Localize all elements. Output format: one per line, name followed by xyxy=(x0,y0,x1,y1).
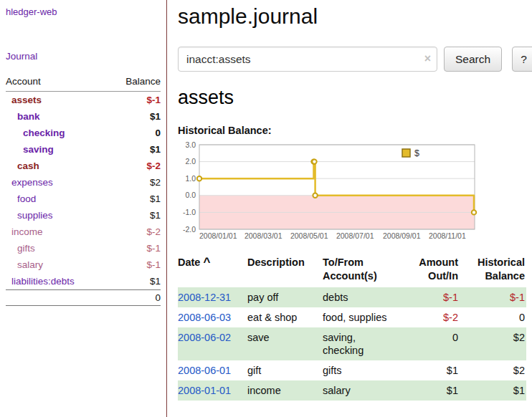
accounts-total-spacer xyxy=(6,290,108,306)
account-balance: $2 xyxy=(108,174,161,191)
account-link[interactable]: expenses xyxy=(11,177,53,188)
nav-journal: Journal xyxy=(6,50,161,62)
search-button[interactable]: Search xyxy=(444,47,502,72)
accounts-header-account: Account xyxy=(6,74,108,92)
account-link[interactable]: salary xyxy=(17,259,43,270)
svg-text:0.0: 0.0 xyxy=(185,191,196,199)
account-balance: $-2 xyxy=(108,224,161,240)
transaction-date-link[interactable]: 2008-06-01 xyxy=(178,365,231,376)
account-row: assets$-1 xyxy=(6,92,161,109)
account-row: cash$-2 xyxy=(6,158,161,174)
transaction-accounts: salary xyxy=(323,380,402,401)
balance-chart-svg: 3.02.01.00.0-1.0-2.02008/01/012008/03/01… xyxy=(178,140,479,242)
account-link[interactable]: checking xyxy=(23,128,65,138)
clear-search-icon[interactable]: × xyxy=(424,52,431,65)
main-content: sample.journal × Search ? assets Histori… xyxy=(167,0,532,417)
account-balance: 0 xyxy=(108,125,161,141)
transaction-description: pay off xyxy=(247,287,323,307)
transaction-amount: $1 xyxy=(402,360,460,380)
svg-text:2008/01/01: 2008/01/01 xyxy=(199,231,237,240)
account-row: gifts$-1 xyxy=(6,240,161,257)
account-heading: assets xyxy=(178,87,532,109)
search-input-wrap: × xyxy=(178,47,437,72)
transaction-amount: $-1 xyxy=(402,287,460,307)
page-title: sample.journal xyxy=(178,4,532,29)
account-balance: $1 xyxy=(108,141,161,158)
svg-text:2008/03/01: 2008/03/01 xyxy=(244,231,282,240)
account-link[interactable]: assets xyxy=(11,95,42,105)
transaction-accounts: gifts xyxy=(323,360,402,380)
account-row: food$1 xyxy=(6,191,161,207)
account-balance: $1 xyxy=(108,207,161,224)
account-balance: $-1 xyxy=(108,92,161,109)
account-row: expenses$2 xyxy=(6,174,161,191)
transaction-balance: $2 xyxy=(460,327,526,360)
register-header-balance: Historical Balance xyxy=(460,254,526,287)
svg-text:2008/05/01: 2008/05/01 xyxy=(290,231,328,240)
account-link[interactable]: bank xyxy=(17,111,40,122)
transaction-date-link[interactable]: 2008-06-03 xyxy=(178,312,231,323)
transaction-description: eat & shop xyxy=(247,307,323,327)
transaction-date-link[interactable]: 2008-01-01 xyxy=(178,385,231,396)
transaction-accounts: food, supplies xyxy=(323,307,402,327)
transaction-amount: $1 xyxy=(402,380,460,401)
search-form: × Search ? xyxy=(178,47,532,72)
svg-text:-2.0: -2.0 xyxy=(183,225,196,234)
account-link[interactable]: supplies xyxy=(17,210,53,221)
transaction-date-link[interactable]: 2008-12-31 xyxy=(178,292,231,303)
svg-text:2.0: 2.0 xyxy=(185,157,196,166)
register-header-date-label: Date xyxy=(178,257,200,268)
transaction-balance: $1 xyxy=(460,380,526,401)
account-link[interactable]: liabilities:debts xyxy=(11,276,75,287)
account-balance: $1 xyxy=(108,108,161,125)
transaction-date-link[interactable]: 2008-06-02 xyxy=(178,332,231,343)
register-table: Date ^ Description To/From Account(s) Am… xyxy=(178,254,526,401)
app-brand: hledger-web xyxy=(6,6,161,17)
svg-text:-1.0: -1.0 xyxy=(183,208,196,216)
account-row: income$-2 xyxy=(6,224,161,240)
help-button[interactable]: ? xyxy=(512,47,532,72)
account-balance: $-1 xyxy=(108,257,161,273)
transaction-description: save xyxy=(247,327,323,360)
account-row: supplies$1 xyxy=(6,207,161,224)
account-link[interactable]: gifts xyxy=(17,243,35,254)
account-link[interactable]: cash xyxy=(17,160,39,171)
accounts-total-balance: 0 xyxy=(108,290,161,306)
accounts-total-row: 0 xyxy=(6,290,161,306)
svg-text:$: $ xyxy=(414,148,419,158)
accounts-table: Account Balance assets$-1bank$1checking0… xyxy=(6,74,161,306)
transaction-balance: 0 xyxy=(460,307,526,327)
transaction-description: gift xyxy=(247,360,323,380)
account-link[interactable]: food xyxy=(17,193,36,204)
account-link[interactable]: saving xyxy=(23,144,54,155)
register-row: 2008-06-01giftgifts$1$2 xyxy=(178,360,526,380)
sidebar: hledger-web Journal Account Balance asse… xyxy=(0,0,167,417)
register-header-description: Description xyxy=(247,254,323,287)
transaction-accounts: debts xyxy=(323,287,402,307)
nav-journal-link[interactable]: Journal xyxy=(6,51,37,62)
search-input[interactable] xyxy=(178,47,437,72)
account-link[interactable]: income xyxy=(11,226,43,237)
account-balance: $1 xyxy=(108,273,161,290)
transaction-balance: $-1 xyxy=(460,287,526,307)
account-row: bank$1 xyxy=(6,108,161,125)
svg-text:3.0: 3.0 xyxy=(185,140,196,149)
transaction-accounts: saving, checking xyxy=(323,327,402,360)
account-balance: $1 xyxy=(108,191,161,207)
svg-text:2008/11/01: 2008/11/01 xyxy=(429,231,466,240)
transaction-amount: 0 xyxy=(402,327,460,360)
register-row: 2008-01-01incomesalary$1$1 xyxy=(178,380,526,401)
page: hledger-web Journal Account Balance asse… xyxy=(0,0,532,417)
account-balance: $-2 xyxy=(108,158,161,174)
account-row: salary$-1 xyxy=(6,257,161,273)
transaction-balance: $2 xyxy=(460,360,526,380)
svg-text:2008/07/01: 2008/07/01 xyxy=(336,231,374,240)
register-row: 2008-06-03eat & shopfood, supplies$-20 xyxy=(178,307,526,327)
accounts-header-row: Account Balance xyxy=(6,74,161,92)
app-brand-link[interactable]: hledger-web xyxy=(6,6,57,17)
svg-text:2008/09/01: 2008/09/01 xyxy=(383,231,421,240)
accounts-header-balance: Balance xyxy=(108,74,161,92)
account-row: liabilities:debts$1 xyxy=(6,273,161,290)
register-header-amount: Amount Out/In xyxy=(402,254,460,287)
register-header-date[interactable]: Date ^ xyxy=(178,254,247,287)
